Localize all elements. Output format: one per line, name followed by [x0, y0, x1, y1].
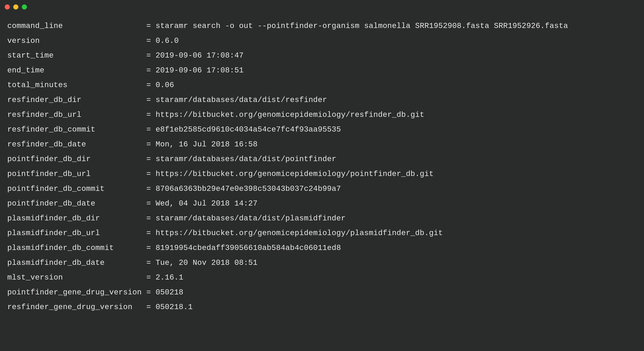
output-value: Tue, 20 Nov 2018 08:51 — [156, 256, 258, 270]
output-separator: = — [146, 93, 156, 108]
minimize-icon[interactable] — [13, 4, 18, 10]
output-key: resfinder_db_url — [7, 108, 146, 122]
output-separator: = — [146, 137, 156, 152]
titlebar — [0, 0, 644, 12]
output-separator: = — [146, 63, 156, 78]
output-key: version — [7, 34, 146, 48]
output-value: Wed, 04 Jul 2018 14:27 — [156, 196, 258, 211]
output-separator: = — [146, 241, 156, 256]
output-value: 0.06 — [156, 78, 174, 93]
output-key: mlst_version — [7, 270, 146, 285]
output-key: plasmidfinder_db_date — [7, 256, 146, 270]
output-key: resfinder_db_dir — [7, 93, 146, 108]
output-row: resfinder_db_url = https://bitbucket.org… — [7, 108, 637, 122]
output-key: end_time — [7, 63, 146, 78]
output-key: resfinder_db_commit — [7, 122, 146, 137]
output-value: staramr/databases/data/dist/pointfinder — [156, 152, 336, 167]
output-row: resfinder_db_commit = e8f1eb2585cd9610c4… — [7, 122, 637, 137]
output-key: pointfinder_db_date — [7, 196, 146, 211]
output-value: 0.6.0 — [156, 34, 179, 48]
output-key: start_time — [7, 48, 146, 63]
output-row: start_time = 2019-09-06 17:08:47 — [7, 48, 637, 63]
output-row: plasmidfinder_db_commit = 81919954cbedaf… — [7, 241, 637, 256]
output-value: Mon, 16 Jul 2018 16:58 — [156, 137, 258, 152]
output-separator: = — [146, 19, 156, 34]
output-row: pointfinder_db_commit = 8706a6363bb29e47… — [7, 182, 637, 196]
output-separator: = — [146, 270, 156, 285]
output-separator: = — [146, 152, 156, 167]
output-value: 2019-09-06 17:08:51 — [156, 63, 244, 78]
output-value: https://bitbucket.org/genomicepidemiolog… — [156, 167, 434, 182]
output-row: pointfinder_db_dir = staramr/databases/d… — [7, 152, 637, 167]
output-separator: = — [146, 226, 156, 241]
terminal-window: command_line = staramr search -o out --p… — [0, 0, 644, 351]
output-separator: = — [146, 211, 156, 226]
output-separator: = — [146, 196, 156, 211]
output-key: command_line — [7, 19, 146, 34]
output-row: plasmidfinder_db_dir = staramr/databases… — [7, 211, 637, 226]
output-key: plasmidfinder_db_url — [7, 226, 146, 241]
output-value: 050218.1 — [156, 300, 193, 315]
close-icon[interactable] — [5, 4, 10, 10]
output-row: resfinder_db_dir = staramr/databases/dat… — [7, 93, 637, 108]
output-value: https://bitbucket.org/genomicepidemiolog… — [156, 226, 443, 241]
output-row: resfinder_db_date = Mon, 16 Jul 2018 16:… — [7, 137, 637, 152]
output-key: resfinder_gene_drug_version — [7, 300, 146, 315]
output-separator: = — [146, 34, 156, 48]
output-row: pointfinder_gene_drug_version = 050218 — [7, 285, 637, 300]
output-key: plasmidfinder_db_commit — [7, 241, 146, 256]
output-value: 050218 — [156, 285, 184, 300]
output-separator: = — [146, 122, 156, 137]
output-key: pointfinder_db_commit — [7, 182, 146, 196]
output-value: 2019-09-06 17:08:47 — [156, 48, 244, 63]
output-row: total_minutes = 0.06 — [7, 78, 637, 93]
output-key: pointfinder_db_dir — [7, 152, 146, 167]
output-row: plasmidfinder_db_url = https://bitbucket… — [7, 226, 637, 241]
output-row: mlst_version = 2.16.1 — [7, 270, 637, 285]
output-row: version = 0.6.0 — [7, 34, 637, 48]
output-key: total_minutes — [7, 78, 146, 93]
output-key: pointfinder_gene_drug_version — [7, 285, 146, 300]
output-row: end_time = 2019-09-06 17:08:51 — [7, 63, 637, 78]
output-key: pointfinder_db_url — [7, 167, 146, 182]
output-row: pointfinder_db_url = https://bitbucket.o… — [7, 167, 637, 182]
output-separator: = — [146, 256, 156, 270]
output-separator: = — [146, 167, 156, 182]
output-row: command_line = staramr search -o out --p… — [7, 19, 637, 34]
output-value: 81919954cbedaff39056610ab584ab4c06011ed8 — [156, 241, 341, 256]
output-value: 2.16.1 — [156, 270, 184, 285]
output-value: 8706a6363bb29e47e0e398c53043b037c24b99a7 — [156, 182, 341, 196]
output-separator: = — [146, 182, 156, 196]
output-value: staramr/databases/data/dist/resfinder — [156, 93, 327, 108]
output-separator: = — [146, 48, 156, 63]
output-value: staramr/databases/data/dist/plasmidfinde… — [156, 211, 346, 226]
output-value: e8f1eb2585cd9610c4034a54ce7fc4f93aa95535 — [156, 122, 341, 137]
output-value: https://bitbucket.org/genomicepidemiolog… — [156, 108, 424, 122]
output-key: resfinder_db_date — [7, 137, 146, 152]
output-row: pointfinder_db_date = Wed, 04 Jul 2018 1… — [7, 196, 637, 211]
output-value: staramr search -o out --pointfinder-orga… — [156, 19, 568, 34]
terminal-output[interactable]: command_line = staramr search -o out --p… — [0, 12, 644, 322]
output-separator: = — [146, 300, 156, 315]
output-separator: = — [146, 285, 156, 300]
output-row: resfinder_gene_drug_version = 050218.1 — [7, 300, 637, 315]
output-separator: = — [146, 78, 156, 93]
output-separator: = — [146, 108, 156, 122]
output-row: plasmidfinder_db_date = Tue, 20 Nov 2018… — [7, 256, 637, 270]
output-key: plasmidfinder_db_dir — [7, 211, 146, 226]
maximize-icon[interactable] — [22, 4, 27, 10]
